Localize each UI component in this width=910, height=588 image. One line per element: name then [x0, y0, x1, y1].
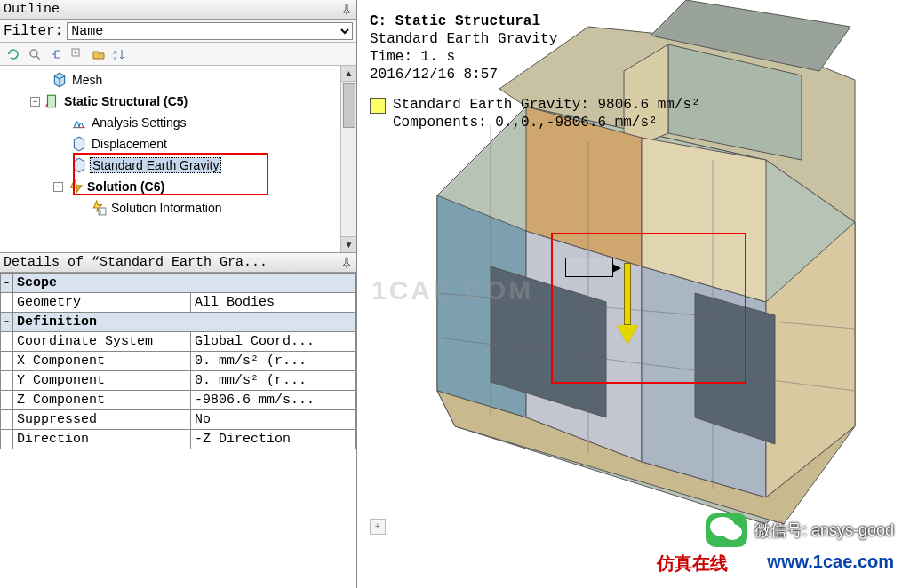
tree-label: Analysis Settings	[90, 115, 188, 130]
collapse-icon[interactable]: -	[1, 313, 13, 332]
filter-row: Filter: Name	[0, 20, 356, 43]
wechat-badge: 微信号: ansys-good	[706, 513, 894, 547]
outline-toolbar: AZ	[0, 43, 356, 66]
section-definition[interactable]: - Definition	[1, 313, 356, 332]
folder-icon[interactable]	[91, 46, 107, 62]
scroll-up-icon[interactable]: ▲	[341, 66, 356, 82]
wechat-label: 微信号: ansys-good	[754, 520, 894, 541]
tree-label: Solution Information	[109, 201, 224, 215]
tree-item-static[interactable]: − Static Structural (C5)	[4, 91, 355, 112]
highlight-box	[551, 233, 746, 384]
cell-value: Global Coord...	[191, 332, 356, 352]
legend-line1: Standard Earth Gravity: 9806.6 mm/s²	[393, 96, 700, 114]
section-scope[interactable]: - Scope	[1, 274, 356, 293]
cell-key: Coordinate System	[13, 332, 191, 352]
refresh-icon[interactable]	[5, 46, 21, 62]
static-icon	[44, 93, 60, 109]
tree-label: Displacement	[90, 137, 169, 151]
row-y[interactable]: Y Component0. mm/s² (r...	[1, 371, 356, 391]
svg-text:Z: Z	[113, 55, 116, 60]
details-title: Details of “Standard Earth Gra...	[4, 255, 267, 270]
viewport-legend: Standard Earth Gravity: 9806.6 mm/s² Com…	[370, 96, 700, 131]
displacement-icon	[71, 136, 87, 152]
gravity-arrow-icon	[624, 263, 638, 345]
analysis-icon	[71, 115, 87, 131]
svg-rect-4	[48, 95, 56, 107]
legend-line2: Components: 0.,0.,-9806.6 mm/s²	[393, 114, 700, 131]
collapse-icon[interactable]: -	[1, 274, 13, 293]
row-suppressed[interactable]: SuppressedNo	[1, 410, 356, 430]
tree-wrap: Mesh − Static Structural (C5) Analysis S…	[0, 66, 356, 252]
viewport-annotation: C: Static Structural Standard Earth Grav…	[370, 12, 557, 83]
outline-title: Outline	[4, 2, 60, 17]
vp-subtitle: Standard Earth Gravity	[370, 30, 557, 48]
branch-icon[interactable]	[48, 46, 64, 62]
row-coord[interactable]: Coordinate SystemGlobal Coord...	[1, 332, 356, 352]
cell-value: -Z Direction	[191, 430, 356, 449]
outline-tree[interactable]: Mesh − Static Structural (C5) Analysis S…	[0, 66, 356, 222]
section-label: Definition	[13, 313, 356, 332]
cell-value: 0. mm/s² (r...	[191, 352, 356, 371]
cell-value: -9806.6 mm/s...	[191, 391, 356, 410]
search-icon[interactable]	[27, 46, 43, 62]
left-column: Outline Filter: Name AZ	[0, 0, 357, 588]
solinfo-icon: i	[91, 200, 107, 216]
section-label: Scope	[13, 274, 356, 293]
pin-icon[interactable]	[340, 257, 353, 269]
pin-icon[interactable]	[340, 4, 353, 16]
svg-point-0	[30, 50, 37, 57]
cell-key: Y Component	[13, 371, 191, 391]
cell-key: Suppressed	[13, 410, 191, 430]
scroll-down-icon[interactable]: ▼	[341, 236, 356, 252]
row-z[interactable]: Z Component-9806.6 mm/s...	[1, 391, 356, 410]
cell-value: All Bodies	[191, 293, 356, 313]
cell-key: Direction	[13, 430, 191, 449]
mesh-icon	[52, 72, 68, 88]
vp-time: Time: 1. s	[370, 48, 557, 66]
svg-text:i: i	[100, 208, 101, 216]
row-geometry[interactable]: Geometry All Bodies	[1, 293, 356, 313]
tree-label: Mesh	[70, 73, 104, 87]
outline-titlebar[interactable]: Outline	[0, 0, 356, 20]
vp-title: C: Static Structural	[370, 12, 557, 30]
cell-key: Z Component	[13, 391, 191, 410]
link-en[interactable]: www.1cae.com	[767, 552, 894, 576]
cell-value: No	[191, 410, 356, 430]
footer-links: 仿真在线 www.1cae.com	[657, 552, 894, 576]
link-cn[interactable]: 仿真在线	[657, 552, 728, 576]
highlight-box	[73, 153, 268, 195]
cell-key: X Component	[13, 352, 191, 371]
expand-icon[interactable]	[69, 46, 85, 62]
expand-legend-icon[interactable]: +	[370, 519, 386, 535]
tree-label: Static Structural (C5)	[62, 94, 189, 108]
collapse-icon[interactable]: −	[30, 97, 40, 107]
sort-icon[interactable]: AZ	[112, 46, 128, 62]
tree-item-displacement[interactable]: Displacement	[4, 133, 355, 155]
tree-scrollbar[interactable]: ▲ ▼	[340, 66, 356, 252]
tree-item-solinfo[interactable]: i Solution Information	[4, 197, 355, 219]
load-flag-icon	[565, 258, 613, 277]
scroll-thumb[interactable]	[343, 83, 355, 128]
tree-item-analysis[interactable]: Analysis Settings	[4, 112, 355, 133]
details-panel: Details of “Standard Earth Gra... - Scop…	[0, 253, 356, 588]
filter-label: Filter:	[4, 23, 63, 39]
watermark: 1CAE.COM	[371, 275, 533, 306]
legend-swatch	[370, 98, 386, 114]
details-grid: - Scope Geometry All Bodies - Definition…	[0, 273, 356, 588]
cell-key: Geometry	[13, 293, 191, 313]
tree-item-mesh[interactable]: Mesh	[4, 69, 355, 91]
filter-select[interactable]: Name	[67, 22, 353, 40]
details-titlebar[interactable]: Details of “Standard Earth Gra...	[0, 253, 356, 273]
row-direction[interactable]: Direction-Z Direction	[1, 430, 356, 449]
viewport[interactable]: C: Static Structural Standard Earth Grav…	[357, 0, 910, 588]
collapse-icon[interactable]: −	[53, 182, 63, 192]
wechat-icon	[706, 513, 747, 547]
vp-timestamp: 2016/12/16 8:57	[370, 66, 557, 83]
cell-value: 0. mm/s² (r...	[191, 371, 356, 391]
row-x[interactable]: X Component0. mm/s² (r...	[1, 352, 356, 371]
outline-panel: Outline Filter: Name AZ	[0, 0, 356, 253]
